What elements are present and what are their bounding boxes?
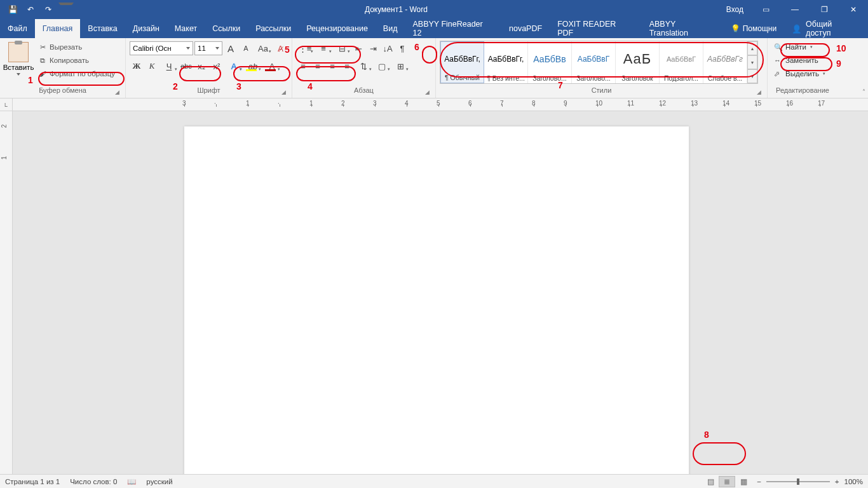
undo-icon[interactable]: ↶ <box>23 3 38 17</box>
document-title: Документ1 - Word <box>74 5 719 14</box>
page-count[interactable]: Страница 1 из 1 <box>5 478 60 485</box>
strike-button[interactable]: abc <box>179 59 193 73</box>
show-marks-button[interactable]: ¶ <box>395 41 409 55</box>
redo-icon[interactable]: ↷ <box>41 3 56 17</box>
maximize-icon[interactable]: ❐ <box>810 0 839 19</box>
zoom-out-button[interactable]: − <box>757 478 761 485</box>
ribbon-display-icon[interactable]: ▭ <box>751 0 780 19</box>
align-right-button[interactable]: ≡ <box>325 59 339 73</box>
tab-file[interactable]: Файл <box>0 19 35 38</box>
tab-abbyy-tr[interactable]: ABBYY Translation <box>642 19 724 38</box>
ribbon: Вставить ✂Вырезать ⧉Копировать 🖌Формат п… <box>0 38 868 98</box>
style-heading2[interactable]: АаБбВвГЗаголово... <box>572 41 616 83</box>
shrink-font-button[interactable]: A <box>239 41 253 55</box>
font-size-combo[interactable]: 11 <box>194 41 222 55</box>
subscript-button[interactable]: x₂ <box>194 59 208 73</box>
para-launcher-icon[interactable]: ◢ <box>423 88 431 97</box>
align-center-button[interactable]: ≡ <box>311 59 325 73</box>
language[interactable]: русский <box>146 478 172 485</box>
bullets-button[interactable]: ⋮≡▾ <box>296 41 314 55</box>
zoom-in-button[interactable]: + <box>835 478 839 485</box>
tab-mailings[interactable]: Рассылки <box>248 19 299 38</box>
tab-foxit[interactable]: FOXIT READER PDF <box>550 19 642 38</box>
word-count[interactable]: Число слов: 0 <box>70 478 117 485</box>
highlight-button[interactable]: ab▾ <box>244 59 262 73</box>
group-clipboard-label: Буфер обмена <box>39 86 86 94</box>
styles-gallery[interactable]: АаБбВвГг,¶ Обычный АаБбВвГг,¶ Без инте..… <box>440 41 758 84</box>
minimize-icon[interactable]: — <box>780 0 810 19</box>
italic-button[interactable]: К <box>145 59 159 73</box>
bold-button[interactable]: Ж <box>130 59 144 73</box>
tab-references[interactable]: Ссылки <box>205 19 248 38</box>
font-launcher-icon[interactable]: ◢ <box>279 88 288 97</box>
select-button[interactable]: ⬀Выделить▾ <box>771 67 828 80</box>
style-normal[interactable]: АаБбВвГг,¶ Обычный <box>440 41 484 83</box>
tab-selector-icon[interactable]: ˪ <box>0 98 13 111</box>
web-layout-icon[interactable]: ▦ <box>735 476 752 487</box>
cut-button[interactable]: ✂Вырезать <box>36 41 118 53</box>
grow-font-button[interactable]: A <box>224 41 238 55</box>
justify-button[interactable]: ≡ <box>340 59 354 73</box>
styles-scroller[interactable]: ▴▾▾ <box>747 41 757 83</box>
tab-design[interactable]: Дизайн <box>125 19 167 38</box>
borders-button[interactable]: ⊞▾ <box>391 59 409 73</box>
save-icon[interactable]: 💾 <box>5 3 20 17</box>
tab-home[interactable]: Главная <box>35 19 81 38</box>
inc-indent-button[interactable]: ⇥ <box>366 41 380 55</box>
change-case-button[interactable]: Aa▾ <box>254 41 272 55</box>
print-layout-icon[interactable]: ≣ <box>719 476 735 487</box>
clear-format-button[interactable]: A̷ <box>273 41 287 55</box>
search-icon: 🔍 <box>774 43 783 51</box>
tab-abbyy-fr[interactable]: ABBYY FineReader 12 <box>405 19 501 38</box>
paste-button[interactable]: Вставить <box>4 41 33 77</box>
clipboard-icon <box>8 42 29 62</box>
proofing-icon[interactable]: 📖 <box>127 477 136 486</box>
close-icon[interactable]: ✕ <box>839 0 868 19</box>
style-subtitle[interactable]: АаБбВвГПодзагол... <box>660 41 703 83</box>
replace-icon: ↔ <box>774 57 783 64</box>
tab-novapdf[interactable]: novaPDF <box>501 19 550 38</box>
horizontal-ruler[interactable]: ˪ 3· 1· 12 34 56 78 910 1112 1314 1516 1… <box>0 98 868 111</box>
lightbulb-icon: 💡 <box>731 24 740 33</box>
login-label[interactable]: Вход <box>719 5 751 14</box>
tab-insert[interactable]: Вставка <box>80 19 125 38</box>
style-heading1[interactable]: АаБбВвЗаголово... <box>528 41 572 83</box>
tab-review[interactable]: Рецензирование <box>299 19 376 38</box>
font-color-button[interactable]: A▾ <box>263 59 281 73</box>
line-spacing-button[interactable]: ⇅▾ <box>355 59 372 73</box>
document-scroll[interactable] <box>13 111 868 474</box>
replace-button[interactable]: ↔Заменить <box>771 54 821 67</box>
font-name-combo[interactable]: Calibri (Осн <box>130 41 193 55</box>
style-no-spacing[interactable]: АаБбВвГг,¶ Без инте... <box>484 41 528 83</box>
tab-layout[interactable]: Макет <box>167 19 205 38</box>
multilevel-button[interactable]: ⊟▾ <box>333 41 351 55</box>
numbering-button[interactable]: ≡▾ <box>315 41 332 55</box>
style-subtle[interactable]: АаБбВвГгСлабое в... <box>703 41 747 83</box>
align-left-button[interactable]: ≡ <box>296 59 310 73</box>
scissors-icon: ✂ <box>38 43 47 51</box>
read-mode-icon[interactable]: ▤ <box>702 476 719 487</box>
zoom-level[interactable]: 100% <box>844 478 863 485</box>
superscript-button[interactable]: x² <box>210 59 224 73</box>
style-title[interactable]: АаБЗаголовок <box>616 41 660 83</box>
share-button[interactable]: 👤Общий доступ <box>783 19 868 38</box>
collapse-ribbon-icon[interactable]: ˄ <box>862 88 865 95</box>
underline-button[interactable]: Ч▾ <box>160 59 178 73</box>
text-effects-button[interactable]: A▾ <box>225 59 243 73</box>
clipboard-launcher-icon[interactable]: ◢ <box>112 88 121 97</box>
group-styles-label: Стили <box>592 86 612 94</box>
qa-custom-icon[interactable] <box>58 3 74 17</box>
find-button[interactable]: 🔍Найти▾ <box>771 41 815 53</box>
dec-indent-button[interactable]: ⇤ <box>351 41 365 55</box>
group-font-label: Шрифт <box>197 86 220 94</box>
shading-button[interactable]: ▢▾ <box>373 59 391 73</box>
styles-launcher-icon[interactable]: ◢ <box>754 88 763 97</box>
group-editing-label: Редактирование <box>776 86 829 94</box>
tab-view[interactable]: Вид <box>376 19 405 38</box>
sort-button[interactable]: ↓A <box>381 41 395 55</box>
zoom-slider[interactable] <box>766 481 830 482</box>
format-painter-button[interactable]: 🖌Формат по образцу <box>36 67 118 80</box>
vertical-ruler[interactable]: 2 1 <box>0 111 13 474</box>
copy-button[interactable]: ⧉Копировать <box>36 54 118 67</box>
page[interactable] <box>184 126 689 474</box>
